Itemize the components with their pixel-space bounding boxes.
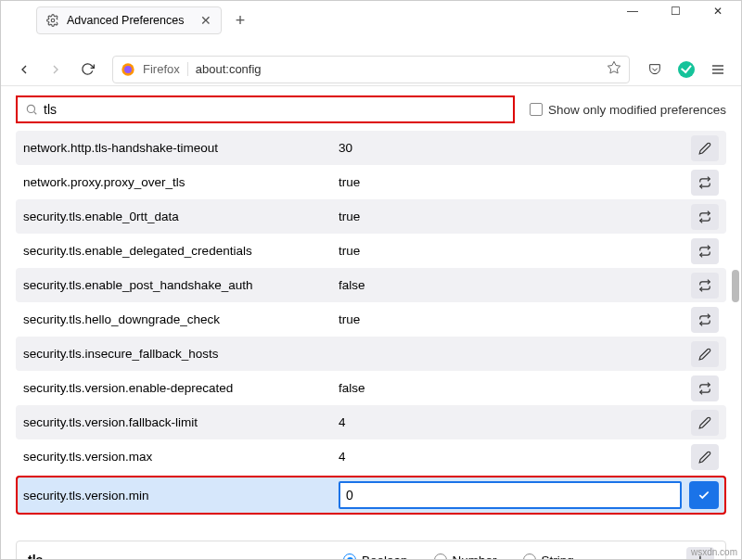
pref-value: true xyxy=(339,210,691,223)
pref-row: network.proxy.proxy_over_tlstrue xyxy=(16,165,726,199)
tab-title: Advanced Preferences xyxy=(67,14,193,27)
pref-name: security.tls.enable_delegated_credential… xyxy=(23,244,339,258)
pocket-button[interactable] xyxy=(641,56,669,83)
pref-name: security.tls.version.min xyxy=(23,489,339,503)
grammarly-button[interactable] xyxy=(672,56,700,83)
pref-row: security.tls.version.fallback-limit4 xyxy=(16,405,726,439)
toggle-button[interactable] xyxy=(691,238,719,264)
url-brand-label: Firefox xyxy=(143,62,188,76)
svg-point-0 xyxy=(51,19,55,22)
pref-name: security.tls.enable_post_handshake_auth xyxy=(23,278,339,292)
radio-icon xyxy=(523,554,536,560)
toggle-button[interactable] xyxy=(691,307,719,333)
pref-name: security.tls.enable_0rtt_data xyxy=(23,210,339,223)
radio-icon xyxy=(434,554,447,560)
type-radio-number[interactable]: Number xyxy=(434,554,497,561)
scrollbar-thumb[interactable] xyxy=(732,270,739,302)
radio-label: Boolean xyxy=(362,554,408,561)
url-text: about:config xyxy=(196,62,599,76)
new-tab-button[interactable]: + xyxy=(227,7,253,33)
window-minimize[interactable]: — xyxy=(611,1,654,21)
pref-name: security.tls.version.enable-deprecated xyxy=(23,381,339,395)
svg-line-8 xyxy=(34,112,37,115)
reload-button[interactable] xyxy=(73,56,101,83)
url-bar[interactable]: Firefox about:config xyxy=(112,56,630,83)
pref-value: 4 xyxy=(339,450,691,464)
pref-name: security.tls.insecure_fallback_hosts xyxy=(23,347,339,361)
edit-button[interactable] xyxy=(691,341,719,367)
type-radio-boolean[interactable]: Boolean xyxy=(343,554,408,561)
add-pref-name: tls xyxy=(28,553,343,560)
pref-row: security.tls.version.max4 xyxy=(16,439,726,474)
bookmark-star-icon[interactable] xyxy=(607,60,621,78)
pref-value-input[interactable] xyxy=(339,481,682,509)
watermark: wsxdn.com xyxy=(691,547,737,557)
search-input[interactable] xyxy=(44,102,505,117)
menu-button[interactable] xyxy=(704,56,732,83)
svg-point-7 xyxy=(27,105,34,112)
tab-close-icon[interactable]: ✕ xyxy=(200,13,211,28)
pref-value: true xyxy=(339,175,691,189)
pref-value: 4 xyxy=(339,415,691,429)
edit-button[interactable] xyxy=(691,410,719,436)
pref-value: false xyxy=(339,381,691,395)
browser-tab[interactable]: Advanced Preferences ✕ xyxy=(36,6,222,34)
radio-label: Number xyxy=(453,554,497,561)
pref-value: true xyxy=(339,312,691,326)
show-modified-toggle[interactable]: Show only modified preferences xyxy=(530,103,726,117)
pref-value: false xyxy=(339,278,691,292)
search-box xyxy=(16,95,515,123)
pref-name: network.http.tls-handshake-timeout xyxy=(23,141,339,155)
pref-value: 30 xyxy=(339,141,691,155)
pref-name: security.tls.version.max xyxy=(23,450,339,464)
navbar: Firefox about:config xyxy=(1,53,741,86)
window-maximize[interactable]: ☐ xyxy=(654,1,697,21)
pref-name: network.proxy.proxy_over_tls xyxy=(23,175,339,189)
checkbox-icon xyxy=(530,103,543,116)
toggle-button[interactable] xyxy=(691,273,719,299)
pref-value: true xyxy=(339,244,691,258)
pref-row: security.tls.insecure_fallback_hosts xyxy=(16,337,726,371)
search-icon xyxy=(25,103,38,116)
radio-label: String xyxy=(542,554,574,561)
gear-icon xyxy=(46,14,59,27)
save-button[interactable] xyxy=(689,481,719,509)
show-modified-label: Show only modified preferences xyxy=(548,103,726,117)
type-radios: BooleanNumberString xyxy=(343,554,686,561)
firefox-icon xyxy=(121,62,135,77)
pref-row: security.tls.enable_0rtt_datatrue xyxy=(16,199,726,234)
toggle-button[interactable] xyxy=(691,204,719,230)
pref-name: security.tls.hello_downgrade_check xyxy=(23,312,339,326)
search-row: Show only modified preferences xyxy=(1,86,741,131)
pref-row-editing: security.tls.version.min xyxy=(16,476,726,515)
pref-row: security.tls.enable_delegated_credential… xyxy=(16,234,726,268)
pref-row: network.http.tls-handshake-timeout30 xyxy=(16,131,726,165)
window-close[interactable]: ✕ xyxy=(697,1,739,21)
toggle-button[interactable] xyxy=(691,170,719,196)
scrollbar[interactable] xyxy=(731,121,740,529)
radio-icon xyxy=(343,554,356,560)
pref-row: security.tls.hello_downgrade_checktrue xyxy=(16,302,726,337)
pref-name: security.tls.version.fallback-limit xyxy=(23,415,339,429)
add-pref-row: tls BooleanNumberString + xyxy=(16,541,726,560)
tab-bar: Advanced Preferences ✕ + xyxy=(1,21,741,53)
svg-marker-3 xyxy=(608,61,620,73)
toggle-button[interactable] xyxy=(691,375,719,401)
type-radio-string[interactable]: String xyxy=(523,554,574,561)
edit-button[interactable] xyxy=(691,135,719,161)
pref-row: security.tls.version.enable-deprecatedfa… xyxy=(16,371,726,405)
preferences-list: network.http.tls-handshake-timeout30netw… xyxy=(1,131,741,529)
forward-button[interactable] xyxy=(42,56,70,83)
svg-point-2 xyxy=(124,66,132,73)
edit-button[interactable] xyxy=(691,444,719,470)
back-button[interactable] xyxy=(10,56,38,83)
pref-row: security.tls.enable_post_handshake_authf… xyxy=(16,268,726,302)
